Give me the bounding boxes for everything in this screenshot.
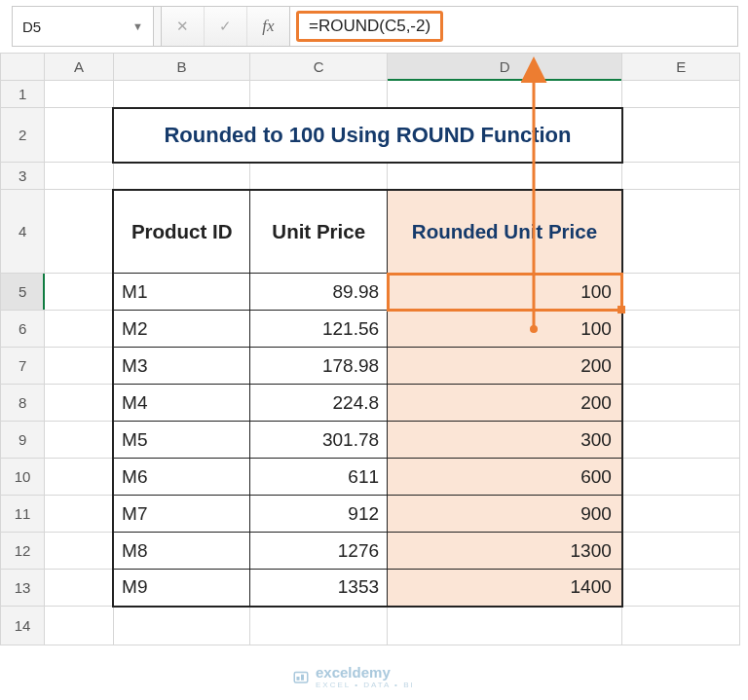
cell[interactable] bbox=[45, 496, 113, 533]
cell[interactable] bbox=[622, 163, 740, 190]
row-header-1[interactable]: 1 bbox=[1, 81, 45, 108]
cell[interactable] bbox=[250, 81, 388, 108]
cell-C13[interactable]: 1353 bbox=[250, 570, 388, 607]
select-all-triangle[interactable] bbox=[1, 54, 45, 81]
cell-B7[interactable]: M3 bbox=[113, 348, 250, 385]
cell-D13[interactable]: 1400 bbox=[388, 570, 622, 607]
cell-C8[interactable]: 224.8 bbox=[250, 385, 388, 422]
name-box-value: D5 bbox=[22, 18, 41, 35]
name-box[interactable]: D5 ▼ bbox=[13, 7, 154, 46]
cell[interactable] bbox=[45, 190, 113, 274]
col-header-C[interactable]: C bbox=[250, 54, 388, 81]
cell[interactable] bbox=[45, 533, 113, 570]
col-header-E[interactable]: E bbox=[622, 54, 740, 81]
cell[interactable] bbox=[622, 108, 740, 163]
cell-C5[interactable]: 89.98 bbox=[250, 274, 388, 311]
row-header-9[interactable]: 9 bbox=[1, 422, 45, 459]
row-header-13[interactable]: 13 bbox=[1, 570, 45, 607]
cell-B12[interactable]: M8 bbox=[113, 533, 250, 570]
row-header-2[interactable]: 2 bbox=[1, 108, 45, 163]
cell-D11[interactable]: 900 bbox=[388, 496, 622, 533]
cell-C9[interactable]: 301.78 bbox=[250, 422, 388, 459]
cell[interactable] bbox=[622, 190, 740, 274]
col-header-B[interactable]: B bbox=[113, 54, 250, 81]
cell[interactable] bbox=[388, 81, 622, 108]
cell[interactable] bbox=[45, 385, 113, 422]
cell[interactable] bbox=[622, 422, 740, 459]
cancel-icon[interactable]: ✕ bbox=[162, 7, 205, 46]
cell[interactable] bbox=[45, 422, 113, 459]
svg-rect-4 bbox=[301, 675, 304, 681]
cell-D12[interactable]: 1300 bbox=[388, 533, 622, 570]
cell-D6[interactable]: 100 bbox=[388, 311, 622, 348]
cell[interactable] bbox=[622, 607, 740, 645]
cell-B5[interactable]: M1 bbox=[113, 274, 250, 311]
cell-D9[interactable]: 300 bbox=[388, 422, 622, 459]
name-box-dropdown-icon[interactable]: ▼ bbox=[132, 20, 143, 32]
cell[interactable] bbox=[622, 570, 740, 607]
cell[interactable] bbox=[45, 459, 113, 496]
cell-C7[interactable]: 178.98 bbox=[250, 348, 388, 385]
cell[interactable] bbox=[113, 163, 250, 190]
cell[interactable] bbox=[113, 607, 250, 645]
cell-D5[interactable]: 100 bbox=[388, 274, 622, 311]
row-header-4[interactable]: 4 bbox=[1, 190, 45, 274]
watermark-tag: EXCEL • DATA • BI bbox=[316, 681, 415, 689]
cell[interactable] bbox=[45, 81, 113, 108]
col-header-A[interactable]: A bbox=[45, 54, 113, 81]
header-rounded-unit-price[interactable]: Rounded Unit Price bbox=[388, 190, 622, 274]
cell[interactable] bbox=[45, 607, 113, 645]
watermark: exceldemy EXCEL • DATA • BI bbox=[292, 664, 415, 689]
row-header-3[interactable]: 3 bbox=[1, 163, 45, 190]
cell-D8[interactable]: 200 bbox=[388, 385, 622, 422]
cell[interactable] bbox=[622, 385, 740, 422]
cell[interactable] bbox=[45, 348, 113, 385]
header-unit-price[interactable]: Unit Price bbox=[250, 190, 388, 274]
col-header-D[interactable]: D bbox=[388, 54, 622, 81]
cell[interactable] bbox=[45, 570, 113, 607]
cell-B13[interactable]: M9 bbox=[113, 570, 250, 607]
cell-B6[interactable]: M2 bbox=[113, 311, 250, 348]
cell-D7[interactable]: 200 bbox=[388, 348, 622, 385]
cell[interactable] bbox=[622, 311, 740, 348]
cell[interactable] bbox=[45, 311, 113, 348]
row-header-8[interactable]: 8 bbox=[1, 385, 45, 422]
cell-B8[interactable]: M4 bbox=[113, 385, 250, 422]
cell[interactable] bbox=[622, 533, 740, 570]
cell[interactable] bbox=[622, 459, 740, 496]
cell-C6[interactable]: 121.56 bbox=[250, 311, 388, 348]
cell-C10[interactable]: 611 bbox=[250, 459, 388, 496]
cell[interactable] bbox=[622, 348, 740, 385]
confirm-icon[interactable]: ✓ bbox=[205, 7, 247, 46]
cell-B10[interactable]: M6 bbox=[113, 459, 250, 496]
cell-D10[interactable]: 600 bbox=[388, 459, 622, 496]
cell[interactable] bbox=[622, 274, 740, 311]
cell[interactable] bbox=[250, 163, 388, 190]
formula-input[interactable]: =ROUND(C5,-2) bbox=[290, 7, 737, 46]
cell[interactable] bbox=[45, 108, 113, 163]
row-header-14[interactable]: 14 bbox=[1, 607, 45, 645]
title-cell[interactable]: Rounded to 100 Using ROUND Function bbox=[113, 108, 622, 163]
cell[interactable] bbox=[250, 607, 388, 645]
cell-B11[interactable]: M7 bbox=[113, 496, 250, 533]
row-header-7[interactable]: 7 bbox=[1, 348, 45, 385]
fx-button[interactable]: fx bbox=[247, 7, 290, 46]
cell[interactable] bbox=[45, 163, 113, 190]
row-header-12[interactable]: 12 bbox=[1, 533, 45, 570]
header-product-id[interactable]: Product ID bbox=[113, 190, 250, 274]
spreadsheet-grid[interactable]: A B C D E 1 2 Rounded to 100 Using ROUND… bbox=[0, 53, 740, 645]
cell[interactable] bbox=[113, 81, 250, 108]
row-header-10[interactable]: 10 bbox=[1, 459, 45, 496]
cell[interactable] bbox=[388, 607, 622, 645]
row-header-6[interactable]: 6 bbox=[1, 311, 45, 348]
cell[interactable] bbox=[622, 496, 740, 533]
cell[interactable] bbox=[622, 81, 740, 108]
cell[interactable] bbox=[45, 274, 113, 311]
row-header-5[interactable]: 5 bbox=[1, 274, 45, 311]
watermark-icon bbox=[292, 668, 310, 685]
cell-C12[interactable]: 1276 bbox=[250, 533, 388, 570]
cell-B9[interactable]: M5 bbox=[113, 422, 250, 459]
row-header-11[interactable]: 11 bbox=[1, 496, 45, 533]
cell-C11[interactable]: 912 bbox=[250, 496, 388, 533]
cell[interactable] bbox=[388, 163, 622, 190]
